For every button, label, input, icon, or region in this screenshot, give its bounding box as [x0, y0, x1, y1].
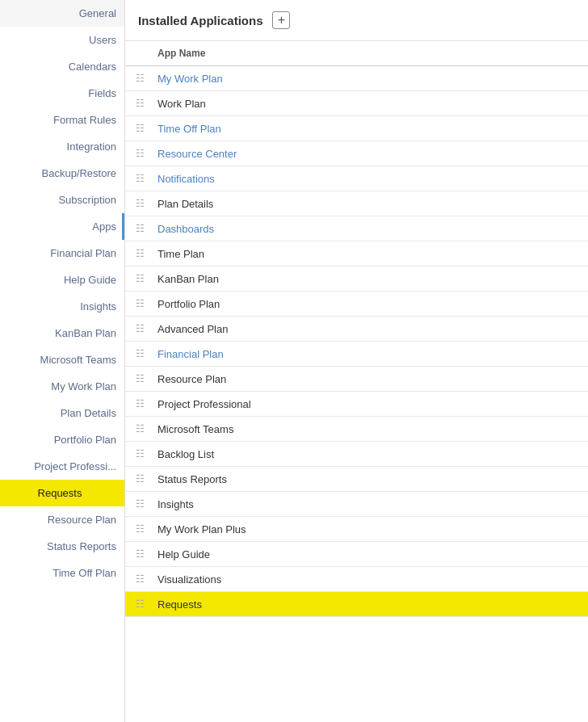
sidebar-item-label: Subscription [58, 194, 116, 206]
sidebar-item-project-professi---[interactable]: Project Professi... [0, 453, 124, 480]
sidebar-item-general[interactable]: General [0, 0, 124, 27]
add-application-button[interactable]: + [272, 11, 290, 29]
sidebar-item-label: Fields [88, 87, 116, 99]
app-name-label: Visualizations [158, 573, 221, 586]
app-name-cell[interactable]: Project Professional [149, 392, 588, 417]
app-name-cell[interactable]: Help Guide [149, 542, 588, 567]
sidebar-item-status-reports[interactable]: Status Reports [0, 533, 124, 560]
sidebar-item-time-off-plan[interactable]: Time Off Plan [0, 560, 124, 586]
app-drag-icon: ☷ [133, 548, 146, 560]
sidebar-item-label: Portfolio Plan [54, 434, 116, 446]
table-row[interactable]: ☷My Work Plan [125, 66, 588, 91]
sidebar-item-calendars[interactable]: Calendars [0, 53, 124, 80]
sidebar-item-label: Users [89, 34, 116, 46]
app-name-label: Financial Plan [158, 348, 224, 360]
table-row[interactable]: ☷Financial Plan [125, 342, 588, 367]
app-name-cell[interactable]: Time Plan [149, 241, 588, 267]
app-row-icon-cell: ☷ [125, 467, 149, 492]
table-row[interactable]: ☷Help Guide [125, 542, 588, 567]
app-drag-icon: ☷ [133, 72, 146, 85]
app-name-cell[interactable]: My Work Plan [149, 66, 588, 91]
app-name-label: Resource Plan [158, 373, 226, 385]
app-name-cell[interactable]: Portfolio Plan [149, 292, 588, 317]
sidebar-item-label: My Work Plan [51, 380, 116, 392]
sidebar-item-portfolio-plan[interactable]: Portfolio Plan [0, 426, 124, 453]
app-name-cell[interactable]: Status Reports [149, 467, 588, 492]
app-name-cell[interactable]: Plan Details [149, 191, 588, 216]
app-drag-icon: ☷ [133, 397, 146, 410]
table-row[interactable]: ☷Work Plan [125, 91, 588, 116]
app-name-cell[interactable]: Advanced Plan [149, 317, 588, 342]
sidebar-item-kanban-plan[interactable]: KanBan Plan [0, 320, 124, 346]
app-row-icon-cell: ☷ [125, 91, 149, 116]
main-content: Installed Applications + App Name ☷My Wo… [125, 0, 588, 722]
table-row[interactable]: ☷Microsoft Teams [125, 417, 588, 442]
sidebar-item-label: Microsoft Teams [40, 354, 116, 366]
app-drag-icon: ☷ [133, 172, 146, 185]
app-name-cell[interactable]: Resource Plan [149, 367, 588, 392]
sidebar-item-insights[interactable]: Insights [0, 293, 124, 320]
app-row-icon-cell: ☷ [125, 267, 149, 292]
table-row[interactable]: ☷Resource Center [125, 141, 588, 166]
table-row[interactable]: ☷Status Reports [125, 467, 588, 492]
sidebar-item-requests[interactable]: Requests [0, 480, 124, 506]
app-name-label: Microsoft Teams [158, 423, 233, 435]
app-row-icon-cell: ☷ [125, 492, 149, 517]
sidebar-item-label: Time Off Plan [52, 567, 116, 579]
app-name-label: KanBan Plan [158, 273, 219, 285]
table-row[interactable]: ☷My Work Plan Plus [125, 517, 588, 542]
sidebar-item-integration[interactable]: Integration [0, 133, 124, 160]
app-row-icon-cell: ☷ [125, 292, 149, 317]
sidebar-item-resource-plan[interactable]: Resource Plan [0, 506, 124, 533]
app-name-label: Project Professional [158, 398, 251, 410]
sidebar-item-users[interactable]: Users [0, 27, 124, 53]
table-row[interactable]: ☷Plan Details [125, 191, 588, 216]
app-name-cell[interactable]: My Work Plan Plus [149, 517, 588, 542]
table-row[interactable]: ☷Time Plan [125, 241, 588, 267]
app-name-cell[interactable]: Resource Center [149, 141, 588, 166]
table-row[interactable]: ☷Requests [125, 592, 588, 617]
sidebar-item-help-guide[interactable]: Help Guide [0, 267, 124, 293]
sidebar-item-apps[interactable]: Apps [0, 213, 124, 240]
app-drag-icon: ☷ [133, 97, 146, 110]
sidebar-item-my-work-plan[interactable]: My Work Plan [0, 373, 124, 400]
table-row[interactable]: ☷Portfolio Plan [125, 292, 588, 317]
app-name-cell[interactable]: KanBan Plan [149, 267, 588, 292]
app-name-label: Backlog List [158, 448, 214, 460]
app-name-cell[interactable]: Microsoft Teams [149, 417, 588, 442]
sidebar-item-microsoft-teams[interactable]: Microsoft Teams [0, 346, 124, 373]
app-drag-icon: ☷ [133, 523, 146, 535]
sidebar-item-subscription[interactable]: Subscription [0, 187, 124, 213]
table-row[interactable]: ☷Dashboards [125, 216, 588, 241]
sidebar-item-financial-plan[interactable]: Financial Plan [0, 240, 124, 267]
app-row-icon-cell: ☷ [125, 517, 149, 542]
installed-applications-title: Installed Applications [138, 14, 262, 27]
sidebar-item-label: Resource Plan [48, 514, 116, 526]
app-name-cell[interactable]: Time Off Plan [149, 116, 588, 141]
app-row-icon-cell: ☷ [125, 367, 149, 392]
table-row[interactable]: ☷Insights [125, 492, 588, 517]
app-name-cell[interactable]: Insights [149, 492, 588, 517]
app-name-cell[interactable]: Financial Plan [149, 342, 588, 367]
app-row-icon-cell: ☷ [125, 592, 149, 617]
app-name-cell[interactable]: Work Plan [149, 91, 588, 116]
app-row-icon-cell: ☷ [125, 116, 149, 141]
table-row[interactable]: ☷Advanced Plan [125, 317, 588, 342]
table-row[interactable]: ☷KanBan Plan [125, 267, 588, 292]
app-name-cell[interactable]: Requests [149, 592, 588, 617]
app-name-cell[interactable]: Backlog List [149, 442, 588, 467]
app-name-cell[interactable]: Notifications [149, 166, 588, 191]
sidebar-item-format-rules[interactable]: Format Rules [0, 107, 124, 133]
table-row[interactable]: ☷Resource Plan [125, 367, 588, 392]
table-row[interactable]: ☷Time Off Plan [125, 116, 588, 141]
sidebar-item-plan-details[interactable]: Plan Details [0, 400, 124, 426]
table-row[interactable]: ☷Project Professional [125, 392, 588, 417]
app-name-cell[interactable]: Dashboards [149, 216, 588, 241]
table-row[interactable]: ☷Notifications [125, 166, 588, 191]
table-row[interactable]: ☷Visualizations [125, 567, 588, 592]
app-name-cell[interactable]: Visualizations [149, 567, 588, 592]
sidebar-item-backup-restore[interactable]: Backup/Restore [0, 160, 124, 187]
table-row[interactable]: ☷Backlog List [125, 442, 588, 467]
sidebar-item-fields[interactable]: Fields [0, 80, 124, 107]
app-name-label: My Work Plan Plus [158, 523, 246, 535]
